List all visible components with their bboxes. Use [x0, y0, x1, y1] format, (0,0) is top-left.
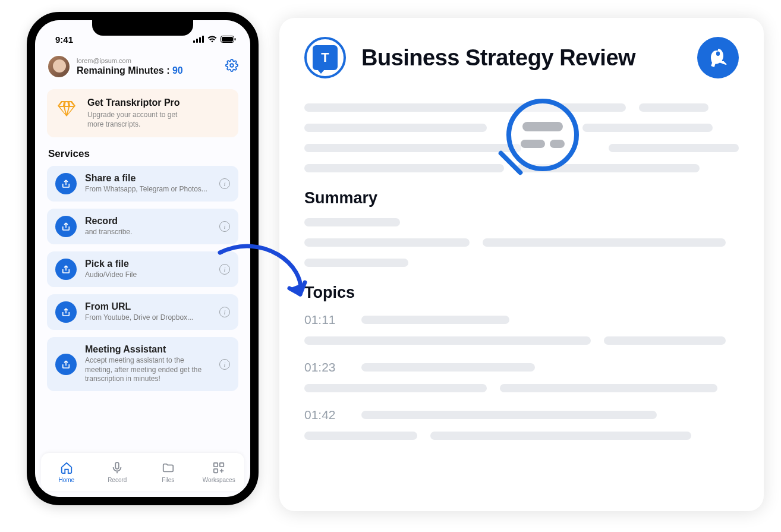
tab-files[interactable]: Files	[147, 461, 189, 483]
status-time: 9:41	[55, 34, 73, 45]
cellular-icon	[193, 36, 204, 43]
svg-rect-2	[199, 37, 201, 43]
service-subtitle: and transcribe.	[85, 228, 211, 237]
transcript-placeholder	[304, 103, 739, 172]
upload-icon	[55, 354, 77, 375]
svg-rect-3	[202, 36, 204, 43]
svg-rect-5	[222, 37, 233, 42]
info-icon[interactable]: i	[219, 359, 230, 370]
microphone-icon	[111, 461, 124, 474]
flow-arrow	[211, 238, 312, 317]
svg-point-7	[230, 64, 234, 67]
service-from-url[interactable]: From URL From Youtube, Drive or Dropbox.…	[47, 294, 238, 330]
tab-record[interactable]: Record	[96, 461, 138, 483]
bottom-tab-bar: Home Record Files Workspaces	[41, 453, 244, 491]
tab-label: Workspaces	[203, 477, 235, 483]
service-subtitle: Accept meeting assistant to the meeting,…	[85, 356, 211, 384]
svg-point-12	[716, 52, 720, 56]
pro-card-title: Get Transkriptor Pro	[87, 97, 188, 108]
svg-rect-9	[214, 462, 218, 466]
phone-notch	[92, 20, 193, 36]
remaining-minutes: Remaining Minutes : 90	[77, 65, 219, 76]
service-title: Meeting Assistant	[85, 344, 211, 355]
topic-timestamp: 01:23	[304, 360, 338, 374]
summary-placeholder	[304, 218, 739, 267]
upgrade-pro-card[interactable]: Get Transkriptor Pro Upgrade your accoun…	[47, 89, 238, 137]
upload-icon	[55, 301, 77, 323]
upload-icon	[55, 173, 77, 194]
upload-icon	[55, 216, 77, 237]
svg-rect-10	[220, 462, 223, 466]
rocket-icon[interactable]	[697, 37, 739, 78]
tab-label: Files	[162, 477, 174, 483]
topic-timestamp: 01:42	[304, 408, 338, 422]
status-indicators	[193, 36, 236, 43]
tab-home[interactable]: Home	[46, 461, 87, 483]
battery-icon	[221, 36, 236, 43]
profile-header: lorem@ipsum.com Remaining Minutes : 90	[47, 55, 238, 78]
topic-item[interactable]: 01:11	[304, 313, 739, 345]
upload-icon	[55, 259, 77, 280]
info-icon[interactable]: i	[219, 178, 230, 189]
remaining-label: Remaining Minutes :	[77, 65, 169, 75]
tab-workspaces[interactable]: Workspaces	[198, 461, 240, 483]
transkriptor-logo: T	[304, 37, 346, 78]
folder-icon	[162, 461, 175, 474]
svg-rect-1	[196, 39, 198, 43]
service-title: Share a file	[85, 173, 211, 184]
svg-rect-8	[116, 462, 119, 468]
card-title: Business Strategy Review	[361, 45, 635, 71]
service-share-file[interactable]: Share a file From Whatsapp, Telegram or …	[47, 166, 238, 202]
home-icon	[60, 461, 73, 474]
topics-heading: Topics	[304, 284, 739, 302]
grid-plus-icon	[212, 461, 225, 474]
avatar[interactable]	[47, 55, 71, 78]
topic-item[interactable]: 01:42	[304, 408, 739, 440]
result-card: T Business Strategy Review Summary Topic…	[279, 18, 764, 511]
service-record[interactable]: Record and transcribe. i	[47, 209, 238, 244]
services-heading: Services	[48, 148, 237, 160]
service-pick-file[interactable]: Pick a file Audio/Video File i	[47, 251, 238, 287]
svg-rect-0	[193, 40, 195, 43]
gear-icon[interactable]	[225, 59, 238, 74]
service-title: Pick a file	[85, 259, 211, 269]
service-title: Record	[85, 216, 211, 226]
service-title: From URL	[85, 301, 211, 312]
tab-label: Home	[58, 477, 74, 483]
wifi-icon	[207, 36, 217, 43]
topic-item[interactable]: 01:23	[304, 360, 739, 392]
service-subtitle: From Youtube, Drive or Dropbox...	[85, 313, 211, 323]
remaining-value: 90	[172, 65, 183, 75]
service-subtitle: From Whatsapp, Telegram or Photos...	[85, 185, 211, 194]
service-subtitle: Audio/Video File	[85, 270, 211, 280]
tab-label: Record	[108, 477, 127, 483]
pro-card-subtitle: Upgrade your account to get more transcr…	[87, 111, 188, 129]
info-icon[interactable]: i	[219, 221, 230, 232]
user-email: lorem@ipsum.com	[77, 57, 219, 64]
svg-rect-11	[214, 468, 218, 472]
summary-heading: Summary	[304, 189, 739, 207]
diamond-icon	[56, 99, 77, 119]
service-meeting-assistant[interactable]: Meeting Assistant Accept meeting assista…	[47, 337, 238, 391]
magnifier-icon	[506, 99, 579, 171]
svg-rect-6	[235, 38, 236, 40]
